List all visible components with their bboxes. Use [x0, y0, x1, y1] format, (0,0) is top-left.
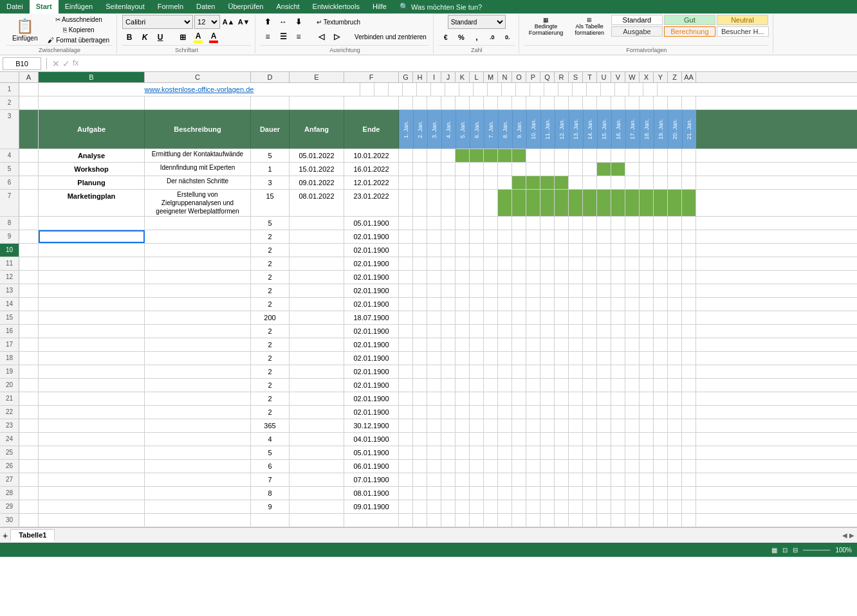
cell-dauer[interactable]: 3: [251, 176, 290, 189]
cell-dauer[interactable]: 8: [251, 487, 290, 500]
cell-dauer[interactable]: 2: [251, 338, 290, 351]
cell-a[interactable]: [19, 379, 39, 392]
align-left-button[interactable]: ≡: [261, 30, 275, 44]
cell-ende[interactable]: 16.01.2022: [344, 163, 399, 176]
cell-ende[interactable]: 02.01.1900: [344, 406, 399, 419]
cell-dauer[interactable]: 365: [251, 419, 290, 432]
cell-a[interactable]: [19, 460, 39, 473]
merge-center-button[interactable]: Verbinden und zentrieren: [352, 32, 429, 42]
cell-dauer[interactable]: 2: [251, 298, 290, 311]
cell-ende[interactable]: 02.01.1900: [344, 244, 399, 257]
cell-anfang[interactable]: [290, 514, 344, 527]
cell-anfang[interactable]: [290, 365, 344, 378]
cell-ende[interactable]: 02.01.1900: [344, 379, 399, 392]
cell-beschreibung[interactable]: [145, 217, 251, 230]
cell-dauer[interactable]: 2: [251, 257, 290, 270]
view-normal-icon[interactable]: ▦: [771, 547, 777, 554]
cell-beschreibung[interactable]: [145, 514, 251, 527]
style-good-button[interactable]: Gut: [664, 15, 715, 25]
cell-aufgabe[interactable]: [39, 298, 145, 311]
cell-dauer[interactable]: [251, 514, 290, 527]
cell-anfang[interactable]: 05.01.2022: [290, 149, 344, 162]
cell-a[interactable]: [19, 257, 39, 270]
cell-ende[interactable]: 02.01.1900: [344, 298, 399, 311]
style-neutral-button[interactable]: Neutral: [717, 15, 768, 25]
cell-dauer[interactable]: 5: [251, 446, 290, 459]
cell-anfang[interactable]: [290, 217, 344, 230]
cell-aufgabe[interactable]: [39, 271, 145, 284]
cell-dauer[interactable]: 5: [251, 149, 290, 162]
cell-beschreibung[interactable]: Der nächsten Schritte: [145, 176, 251, 189]
cell-dauer[interactable]: 6: [251, 460, 290, 473]
tab-seitenlayout[interactable]: Seitenlayout: [99, 0, 151, 14]
cell-aufgabe[interactable]: [39, 352, 145, 365]
fill-color-button[interactable]: A: [191, 30, 205, 44]
cell-ende[interactable]: 02.01.1900: [344, 325, 399, 338]
conditional-formatting-button[interactable]: ▦ Bedingte Formatierung: [524, 15, 568, 38]
underline-button[interactable]: U: [153, 30, 167, 44]
cell-aufgabe[interactable]: Marketingplan: [39, 190, 145, 216]
cell-reference-input[interactable]: [3, 57, 41, 70]
cell-anfang[interactable]: [290, 230, 344, 243]
cell-anfang[interactable]: [290, 487, 344, 500]
cell-aufgabe[interactable]: [39, 284, 145, 297]
cell-a[interactable]: [19, 500, 39, 513]
cell-a[interactable]: [19, 325, 39, 338]
cell-beschreibung[interactable]: [145, 433, 251, 446]
cell-dauer[interactable]: 2: [251, 284, 290, 297]
cell-aufgabe[interactable]: [39, 446, 145, 459]
cell-beschreibung[interactable]: [145, 392, 251, 405]
cell-dauer[interactable]: 5: [251, 217, 290, 230]
decrease-font-button[interactable]: A▼: [237, 15, 251, 29]
cell-beschreibung[interactable]: [145, 352, 251, 365]
cell-beschreibung[interactable]: [145, 311, 251, 324]
cell-anfang[interactable]: [290, 284, 344, 297]
tab-search[interactable]: 🔍 Was möchten Sie tun?: [393, 0, 488, 14]
cell-ende[interactable]: 10.01.2022: [344, 149, 399, 162]
cell-a[interactable]: [19, 298, 39, 311]
cell-aufgabe[interactable]: [39, 460, 145, 473]
cell-beschreibung[interactable]: [145, 325, 251, 338]
cell-dauer[interactable]: 2: [251, 230, 290, 243]
cell-ende[interactable]: 12.01.2022: [344, 176, 399, 189]
style-output-button[interactable]: Ausgabe: [611, 26, 663, 37]
cell-aufgabe[interactable]: [39, 473, 145, 486]
border-button[interactable]: ⊞: [176, 30, 190, 44]
url-link[interactable]: www.kostenlose-office-vorlagen.de: [145, 86, 254, 93]
cell-a[interactable]: [19, 419, 39, 432]
cell-a[interactable]: [19, 163, 39, 176]
tab-datei[interactable]: Datei: [0, 0, 30, 14]
tab-daten[interactable]: Daten: [190, 0, 221, 14]
cell-a[interactable]: [19, 446, 39, 459]
cell-a[interactable]: [19, 284, 39, 297]
cell-a[interactable]: [19, 176, 39, 189]
cell-aufgabe[interactable]: [39, 244, 145, 257]
cell-anfang[interactable]: [290, 271, 344, 284]
cell-dauer[interactable]: 2: [251, 379, 290, 392]
indent-increase-button[interactable]: ▷: [329, 30, 344, 44]
cell-beschreibung[interactable]: [145, 257, 251, 270]
cell-beschreibung[interactable]: Erstellung von Zielgruppenanalysen und g…: [145, 190, 251, 216]
font-size-select[interactable]: 12: [194, 15, 220, 29]
cancel-formula-icon[interactable]: ✕: [52, 59, 60, 69]
cell-beschreibung[interactable]: [145, 500, 251, 513]
tab-hilfe[interactable]: Hilfe: [366, 0, 393, 14]
cell-anfang[interactable]: [290, 298, 344, 311]
cell-ende[interactable]: 30.12.1900: [344, 419, 399, 432]
tab-einfuegen[interactable]: Einfügen: [59, 0, 99, 14]
cell-anfang[interactable]: [290, 257, 344, 270]
cell-beschreibung[interactable]: [145, 244, 251, 257]
cell-a[interactable]: [19, 406, 39, 419]
cell-beschreibung[interactable]: [145, 487, 251, 500]
cell-anfang[interactable]: [290, 446, 344, 459]
currency-button[interactable]: €: [439, 30, 453, 44]
cell-anfang[interactable]: [290, 392, 344, 405]
cell-anfang[interactable]: [290, 433, 344, 446]
cell-a[interactable]: [19, 190, 39, 216]
cell-aufgabe[interactable]: [39, 487, 145, 500]
cell-aufgabe[interactable]: [39, 406, 145, 419]
cell-beschreibung[interactable]: [145, 473, 251, 486]
cell-b-empty[interactable]: [39, 96, 145, 109]
cell-aufgabe[interactable]: [39, 433, 145, 446]
cell-a[interactable]: [19, 110, 39, 149]
